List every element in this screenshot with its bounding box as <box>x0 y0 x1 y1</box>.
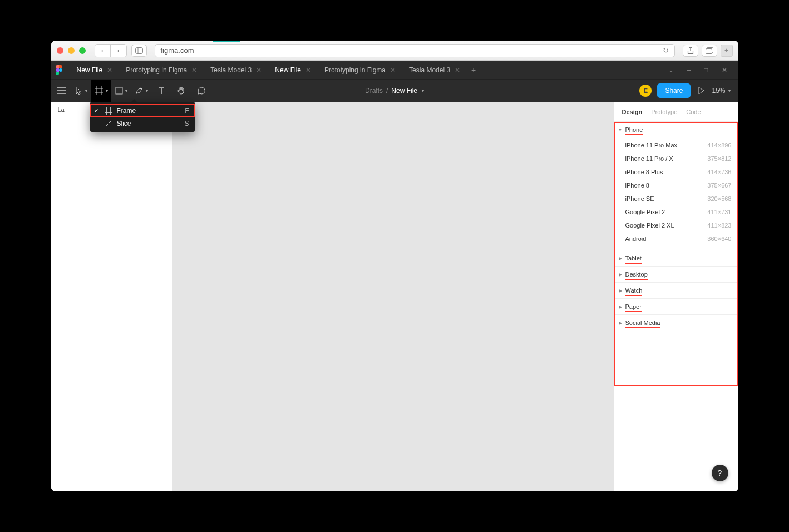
disclosure-icon: ▶ <box>618 288 623 293</box>
preset-group-header[interactable]: ▶Social Media <box>614 315 738 331</box>
group-name: Watch <box>625 287 643 294</box>
nav-back-button[interactable]: ‹ <box>95 45 111 57</box>
browser-chrome: ‹ › figma.com ↻ + <box>51 41 738 61</box>
shape-tool-button[interactable]: ▾ <box>111 80 131 102</box>
figma-tab[interactable]: Prototyping in Figma✕ <box>119 61 204 80</box>
reload-icon[interactable]: ↻ <box>663 46 669 55</box>
preset-item[interactable]: iPhone 8375×667 <box>614 179 738 192</box>
preset-name: Google Pixel 2 <box>625 209 665 215</box>
hand-tool-button[interactable] <box>171 80 191 102</box>
maximize-icon[interactable]: □ <box>704 66 708 74</box>
minimize-window-icon[interactable] <box>68 47 75 54</box>
preset-item[interactable]: Google Pixel 2411×731 <box>614 205 738 219</box>
chevron-down-icon[interactable]: ⌄ <box>668 66 674 74</box>
zoom-control[interactable]: 15% ▾ <box>712 87 730 95</box>
frame-icon <box>95 86 103 95</box>
tab-label: Prototyping in Figma <box>324 66 386 74</box>
preset-group-desktop: ▶Desktop <box>614 267 738 283</box>
close-icon[interactable]: ✕ <box>722 66 727 74</box>
tab-code[interactable]: Code <box>686 109 701 115</box>
sidebar-icon <box>135 47 143 54</box>
preset-group-header[interactable]: ▶Tablet <box>614 250 738 266</box>
toolbar-left: ▾ ▾ ▾ ▾ <box>51 80 211 102</box>
breadcrumb[interactable]: Drafts / New File ▾ <box>365 80 424 102</box>
disclosure-icon: ▼ <box>618 127 623 132</box>
tabs-overview-button[interactable] <box>702 45 717 57</box>
present-button[interactable] <box>696 87 706 95</box>
preset-size: 414×736 <box>707 169 731 175</box>
preset-group-header[interactable]: ▼Phone <box>614 122 738 137</box>
chevron-down-icon: ▾ <box>728 88 731 93</box>
check-icon: ✓ <box>93 107 100 114</box>
close-tab-icon[interactable]: ✕ <box>455 66 460 74</box>
avatar[interactable]: E <box>639 85 652 97</box>
figma-tab[interactable]: Prototyping in Figma✕ <box>318 61 402 80</box>
nav-buttons: ‹ › <box>95 44 127 57</box>
nav-forward-button[interactable]: › <box>111 45 126 57</box>
help-button[interactable]: ? <box>712 465 728 481</box>
minimize-icon[interactable]: – <box>687 66 691 74</box>
share-button[interactable]: Share <box>657 83 691 98</box>
text-tool-button[interactable] <box>151 80 171 102</box>
figma-tab[interactable]: Tesla Model 3✕ <box>204 61 268 80</box>
group-name: Phone <box>625 126 643 133</box>
svg-rect-3 <box>706 48 712 53</box>
tab-prototype[interactable]: Prototype <box>651 109 677 115</box>
window-controls <box>57 47 86 54</box>
figma-tab[interactable]: Tesla Model 3✕ <box>402 61 467 80</box>
right-panel: DesignPrototypeCode ▼PhoneiPhone 11 Pro … <box>614 102 738 491</box>
tab-label: Tesla Model 3 <box>210 66 252 74</box>
preset-group-tablet: ▶Tablet <box>614 250 738 267</box>
dropdown-item-frame[interactable]: ✓FrameF <box>90 104 195 117</box>
new-tab-button[interactable]: + <box>721 45 733 57</box>
dropdown-label: Slice <box>117 120 180 127</box>
preset-name: iPhone SE <box>625 195 654 202</box>
maximize-window-icon[interactable] <box>79 47 86 54</box>
tab-label: Tesla Model 3 <box>409 66 450 74</box>
preset-item[interactable]: iPhone 11 Pro / X375×812 <box>614 152 738 165</box>
frame-tool-button[interactable]: ▾ <box>91 80 111 102</box>
new-figma-tab-button[interactable]: + <box>467 66 480 75</box>
sidebar-toggle-button[interactable] <box>131 45 147 57</box>
preset-item[interactable]: iPhone 11 Pro Max414×896 <box>614 139 738 152</box>
chevron-down-icon: ▾ <box>146 88 148 93</box>
url-bar[interactable]: figma.com ↻ <box>155 44 675 57</box>
share-page-button[interactable] <box>683 45 698 57</box>
preset-name: Android <box>625 235 647 242</box>
figma-tab[interactable]: New File✕ <box>70 61 120 80</box>
close-tab-icon[interactable]: ✕ <box>305 66 311 74</box>
preset-size: 320×568 <box>707 195 731 202</box>
preset-group-header[interactable]: ▶Paper <box>614 299 738 314</box>
text-icon <box>157 87 165 95</box>
move-tool-button[interactable]: ▾ <box>71 80 91 102</box>
canvas[interactable] <box>172 102 614 491</box>
close-window-icon[interactable] <box>57 47 63 54</box>
preset-group-header[interactable]: ▶Watch <box>614 283 738 298</box>
toolbar-right: E Share 15% ▾ <box>639 83 738 98</box>
figma-logo-icon[interactable] <box>56 65 66 75</box>
right-panel-tabs: DesignPrototypeCode <box>614 102 738 122</box>
layers-panel[interactable]: La <box>51 102 172 491</box>
figma-body: La DesignPrototypeCode ▼PhoneiPhone 11 P… <box>51 102 738 491</box>
close-tab-icon[interactable]: ✕ <box>390 66 396 74</box>
tab-design[interactable]: Design <box>622 109 643 115</box>
svg-rect-0 <box>135 47 142 53</box>
chevron-down-icon: ▾ <box>422 88 424 93</box>
close-tab-icon[interactable]: ✕ <box>256 66 262 74</box>
preset-item[interactable]: iPhone 8 Plus414×736 <box>614 165 738 179</box>
dropdown-item-slice[interactable]: SliceS <box>90 117 195 130</box>
url-text: figma.com <box>161 46 194 55</box>
close-tab-icon[interactable]: ✕ <box>191 66 197 74</box>
figma-tab[interactable]: New File✕ <box>268 61 318 80</box>
pen-tool-button[interactable]: ▾ <box>131 80 151 102</box>
close-tab-icon[interactable]: ✕ <box>107 66 112 74</box>
svg-point-4 <box>58 68 62 72</box>
preset-item[interactable]: Android360×640 <box>614 232 738 245</box>
chevron-down-icon: ▾ <box>85 88 87 93</box>
preset-item[interactable]: iPhone SE320×568 <box>614 192 738 205</box>
main-menu-button[interactable] <box>51 80 71 102</box>
preset-group-header[interactable]: ▶Desktop <box>614 267 738 282</box>
preset-name: iPhone 8 Plus <box>625 169 663 175</box>
preset-item[interactable]: Google Pixel 2 XL411×823 <box>614 219 738 232</box>
comment-tool-button[interactable] <box>191 80 211 102</box>
